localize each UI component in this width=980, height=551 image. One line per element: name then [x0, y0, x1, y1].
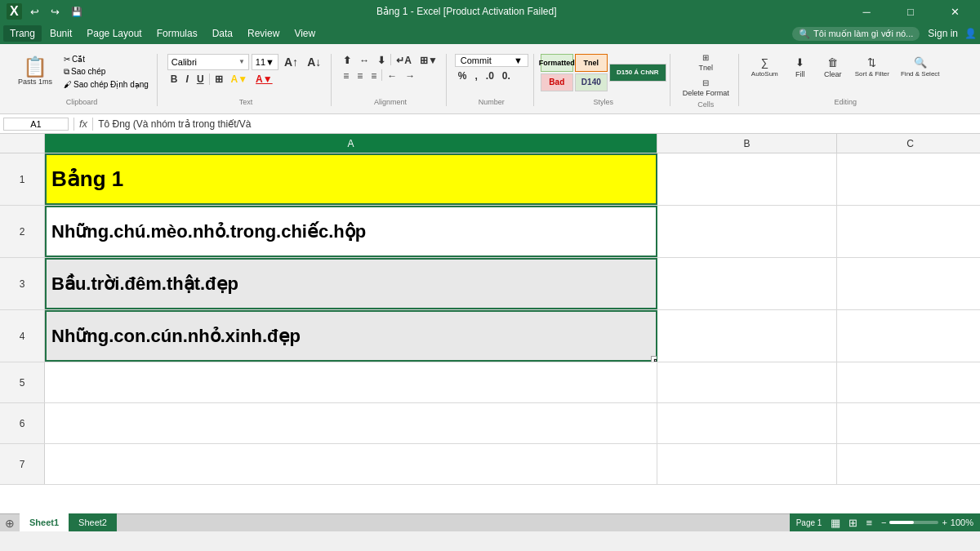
- row-header-3[interactable]: 3: [0, 258, 45, 309]
- menu-data[interactable]: Data: [206, 25, 239, 42]
- cell-b5[interactable]: [657, 362, 837, 402]
- cell-b1[interactable]: [657, 153, 837, 205]
- increase-font-button[interactable]: A↑: [281, 55, 301, 69]
- percent-button[interactable]: %: [455, 69, 470, 82]
- align-bottom-button[interactable]: ⬇: [374, 54, 389, 67]
- cell-b6[interactable]: [657, 403, 837, 443]
- cell-a4[interactable]: Những.con.cún.nhỏ.xinh.đẹp ⊞: [45, 310, 657, 362]
- col-header-b[interactable]: B: [657, 134, 837, 153]
- close-button[interactable]: ✕: [936, 0, 973, 23]
- row-header-5[interactable]: 5: [0, 362, 45, 402]
- wrap-text-button[interactable]: ↵A: [393, 54, 415, 67]
- decrease-decimal-button[interactable]: 0.: [499, 69, 514, 82]
- maximize-button[interactable]: □: [892, 0, 929, 23]
- cell-b7[interactable]: [657, 444, 837, 484]
- bold-button[interactable]: B: [167, 73, 181, 86]
- align-center-button[interactable]: ≡: [354, 69, 366, 82]
- formula-input[interactable]: Tô Đng (Và nhóm trả trong thiết/Và: [98, 118, 977, 130]
- minimize-button[interactable]: ─: [848, 0, 885, 23]
- cell-c6[interactable]: [837, 403, 980, 443]
- fill-button[interactable]: ⬇ Fill: [786, 54, 815, 81]
- delete-cells-button[interactable]: ⊟ Delete Format: [679, 76, 733, 100]
- row-header-7[interactable]: 7: [0, 444, 45, 484]
- sheet-tab-1[interactable]: Sheet1: [20, 513, 69, 531]
- new-sheet-button[interactable]: ⊕: [0, 515, 20, 531]
- merge-center-button[interactable]: ⊞▼: [416, 54, 441, 67]
- zoom-slider[interactable]: [889, 521, 938, 524]
- row-header-6[interactable]: 6: [0, 403, 45, 443]
- cell-c4[interactable]: [837, 310, 980, 362]
- indent-increase-button[interactable]: →: [402, 69, 418, 82]
- col-header-a[interactable]: A: [45, 134, 657, 153]
- cell-a6[interactable]: [45, 403, 657, 443]
- cell-b4[interactable]: [657, 310, 837, 362]
- find-button[interactable]: 🔍 Find & Select: [897, 54, 944, 80]
- menu-home[interactable]: Trang: [3, 25, 42, 42]
- view-normal-icon[interactable]: ▦: [828, 517, 843, 529]
- cell-c1[interactable]: [837, 153, 980, 205]
- zoom-in-button[interactable]: +: [942, 518, 947, 527]
- sum-button[interactable]: ∑ AutoSum: [747, 54, 782, 80]
- border-button[interactable]: ⊞: [212, 73, 226, 86]
- row-header-2[interactable]: 2: [0, 206, 45, 257]
- underline-button[interactable]: U: [194, 73, 207, 86]
- number-format-selector[interactable]: Commit ▼: [455, 54, 528, 67]
- menu-formulas[interactable]: Formulas: [150, 25, 204, 42]
- menu-review[interactable]: Review: [241, 25, 286, 42]
- row-header-1[interactable]: 1: [0, 153, 45, 205]
- good-style-button[interactable]: D140: [575, 73, 608, 91]
- italic-button[interactable]: I: [183, 73, 192, 86]
- sign-in-link[interactable]: Sign in: [928, 28, 958, 39]
- save-button[interactable]: 💾: [68, 6, 86, 18]
- menu-insert[interactable]: Bunit: [43, 25, 78, 42]
- cell-a1[interactable]: Bảng 1: [45, 153, 657, 205]
- cell-b2[interactable]: [657, 206, 837, 257]
- table-format-button[interactable]: Tnel: [575, 54, 608, 72]
- paste-button[interactable]: 📋 Pasts 1ms: [11, 54, 59, 90]
- cut-button[interactable]: ✂ Cắt: [60, 54, 152, 64]
- menu-page-layout[interactable]: Page Layout: [80, 25, 148, 42]
- paste-control-icon[interactable]: ⊞: [651, 356, 657, 362]
- sheet-tab-2[interactable]: Sheet2: [69, 513, 117, 531]
- cell-b3[interactable]: [657, 258, 837, 309]
- copy-button[interactable]: ⧉ Sao chép: [60, 66, 152, 78]
- cell-c2[interactable]: [837, 206, 980, 257]
- search-box[interactable]: 🔍 Tôi muốn làm gì với nó...: [792, 27, 920, 41]
- align-left-button[interactable]: ≡: [340, 69, 352, 82]
- align-middle-button[interactable]: ↔: [356, 54, 372, 67]
- cell-a5[interactable]: [45, 362, 657, 402]
- fill-color-button[interactable]: A▼: [228, 73, 252, 86]
- view-page-icon[interactable]: ⊞: [846, 517, 860, 529]
- thousands-button[interactable]: ,: [471, 69, 480, 82]
- cell-c5[interactable]: [837, 362, 980, 402]
- view-preview-icon[interactable]: ≡: [863, 517, 875, 529]
- font-name-selector[interactable]: Calibri ▼: [167, 54, 249, 70]
- insert-cells-button[interactable]: ⊞ Tnel: [679, 51, 733, 74]
- cell-c3[interactable]: [837, 258, 980, 309]
- zoom-out-button[interactable]: −: [881, 518, 886, 527]
- menu-view[interactable]: View: [287, 25, 322, 42]
- sort-button[interactable]: ⇅ Sort & Filter: [851, 54, 893, 80]
- align-right-button[interactable]: ≡: [368, 69, 380, 82]
- row-header-4[interactable]: 4: [0, 310, 45, 362]
- zoom-control[interactable]: − + 100%: [881, 518, 973, 527]
- font-color-button[interactable]: A▼: [252, 73, 276, 86]
- increase-decimal-button[interactable]: .0: [483, 69, 497, 82]
- format-painter-button[interactable]: 🖌 Sao chép Định dạng: [60, 79, 152, 90]
- align-top-button[interactable]: ⬆: [340, 54, 354, 67]
- cell-a2[interactable]: Những.chú.mèo.nhỏ.trong.chiếc.hộp: [45, 206, 657, 257]
- undo-button[interactable]: ↩: [27, 5, 42, 19]
- neutral-style-button[interactable]: D150 Á ChNR: [609, 64, 666, 82]
- col-header-c[interactable]: C: [837, 134, 980, 153]
- conditional-format-button[interactable]: Formatted: [541, 54, 573, 72]
- redo-button[interactable]: ↪: [47, 5, 63, 19]
- cell-a3[interactable]: Bầu.trời.đêm.thật.đẹp: [45, 258, 657, 309]
- decrease-font-button[interactable]: A↓: [304, 55, 324, 69]
- indent-decrease-button[interactable]: ←: [384, 69, 400, 82]
- font-size-selector[interactable]: 11 ▼: [252, 54, 278, 70]
- bad-style-button[interactable]: Bad: [541, 73, 573, 91]
- cell-c7[interactable]: [837, 444, 980, 484]
- cell-a7[interactable]: [45, 444, 657, 484]
- clear-button[interactable]: 🗑 Clear: [818, 54, 848, 81]
- name-box[interactable]: A1: [3, 118, 69, 131]
